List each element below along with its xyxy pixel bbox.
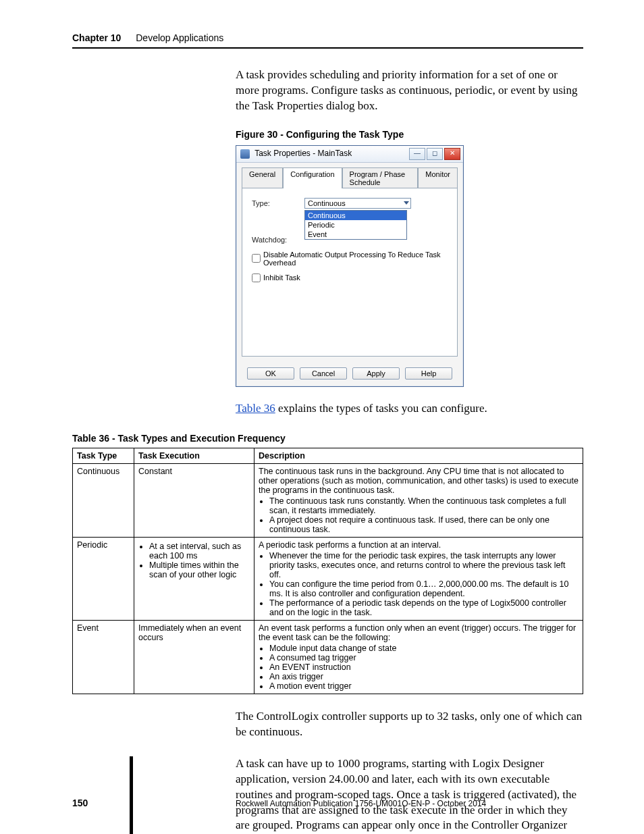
help-button[interactable]: Help: [405, 367, 452, 380]
tab-general[interactable]: General: [242, 167, 283, 188]
th-task-execution: Task Execution: [134, 448, 254, 463]
tab-monitor[interactable]: Monitor: [418, 167, 458, 188]
task-properties-dialog: Task Properties - MainTask — ◻ ✕ General…: [236, 145, 464, 387]
chapter-title: Develop Applications: [136, 32, 223, 43]
publication-id: Rockwell Automation Publication 1756-UM0…: [236, 799, 486, 808]
type-option-periodic[interactable]: Periodic: [305, 220, 406, 230]
disable-output-checkbox[interactable]: [252, 254, 261, 263]
table-caption: Table 36 - Task Types and Execution Freq…: [72, 433, 583, 444]
after-figure-sentence: Table 36 explains the types of tasks you…: [236, 402, 583, 415]
cell-task-execution: At a set interval, such as each 100 msMu…: [134, 537, 254, 620]
disable-output-label: Disable Automatic Output Processing To R…: [263, 251, 448, 267]
cell-task-execution: Immediately when an event occurs: [134, 620, 254, 694]
dialog-tab-body: Type: Continuous Continuous Periodic Eve…: [242, 188, 458, 357]
cancel-button[interactable]: Cancel: [300, 367, 347, 380]
type-combobox[interactable]: Continuous: [304, 198, 411, 209]
cell-task-type: Continuous: [73, 463, 134, 537]
inhibit-task-checkbox[interactable]: [252, 273, 261, 282]
page-number: 150: [72, 798, 236, 808]
cell-description: A periodic task performs a function at a…: [254, 537, 583, 620]
th-description: Description: [254, 448, 583, 463]
maximize-button[interactable]: ◻: [427, 148, 443, 160]
apply-button[interactable]: Apply: [352, 367, 400, 380]
table-row: EventImmediately when an event occursAn …: [73, 620, 583, 694]
dialog-icon: [240, 149, 250, 159]
page-footer: 150 Rockwell Automation Publication 1756…: [0, 798, 644, 808]
watchdog-label: Watchdog:: [252, 236, 304, 244]
cell-task-type: Periodic: [73, 537, 134, 620]
dialog-titlebar: Task Properties - MainTask — ◻ ✕: [236, 146, 463, 163]
cell-task-execution: Constant: [134, 463, 254, 537]
tab-configuration[interactable]: Configuration: [283, 167, 342, 188]
close-button[interactable]: ✕: [444, 148, 460, 160]
dialog-tabstrip: General Configuration Program / Phase Sc…: [236, 163, 463, 188]
table-row: ContinuousConstantThe continuous task ru…: [73, 463, 583, 537]
chapter-label: Chapter 10: [72, 32, 121, 43]
paragraph-32-tasks: The ControlLogix controller supports up …: [236, 709, 583, 740]
type-label: Type:: [252, 199, 304, 207]
ok-button[interactable]: OK: [247, 367, 294, 380]
cell-task-type: Event: [73, 620, 134, 694]
minimize-button[interactable]: —: [409, 148, 425, 160]
tab-program-phase-schedule[interactable]: Program / Phase Schedule: [342, 167, 419, 188]
type-value: Continuous: [308, 199, 346, 207]
cell-description: An event task performs a function only w…: [254, 620, 583, 694]
change-bar: [130, 756, 133, 834]
cell-description: The continuous task runs in the backgrou…: [254, 463, 583, 537]
table-row: PeriodicAt a set interval, such as each …: [73, 537, 583, 620]
chevron-down-icon: [404, 201, 409, 205]
inhibit-task-label: Inhibit Task: [263, 273, 300, 282]
paragraph-1000-programs: A task can have up to 1000 programs, sta…: [236, 757, 576, 834]
change-bar-paragraph: A task can have up to 1000 programs, sta…: [236, 756, 583, 834]
figure-caption: Figure 30 - Configuring the Task Type: [236, 129, 583, 140]
type-option-continuous[interactable]: Continuous: [305, 211, 406, 220]
running-header: Chapter 10 Develop Applications: [72, 32, 583, 49]
table-36-link[interactable]: Table 36: [236, 402, 275, 415]
th-task-type: Task Type: [73, 448, 134, 463]
dialog-title: Task Properties - MainTask: [254, 149, 352, 158]
type-option-event[interactable]: Event: [305, 230, 406, 239]
type-dropdown[interactable]: Continuous Periodic Event: [304, 210, 407, 240]
after-figure-text: explains the types of tasks you can conf…: [275, 402, 487, 415]
task-types-table: Task Type Task Execution Description Con…: [72, 448, 583, 694]
intro-paragraph: A task provides scheduling and priority …: [236, 68, 583, 114]
